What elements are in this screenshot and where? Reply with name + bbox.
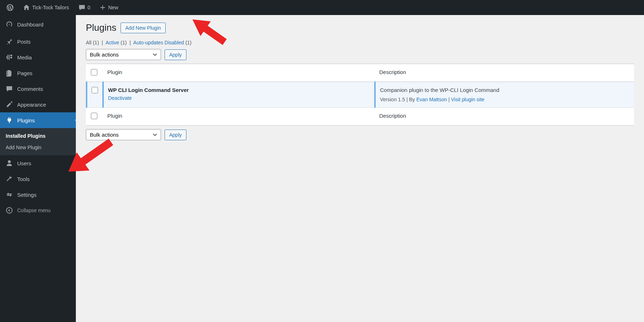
sidebar-item-label: Media — [17, 54, 32, 60]
appearance-icon — [6, 101, 13, 108]
sidebar-item-settings[interactable]: Settings — [0, 187, 76, 203]
admin-toolbar: Tick-Tock Tailors 0 New — [0, 0, 644, 15]
plugins-submenu: Installed Plugins Add New Plugin — [0, 128, 76, 155]
tablenav-bottom: Bulk actions Apply — [86, 129, 634, 140]
bulk-actions-select-bottom[interactable]: Bulk actions — [86, 129, 161, 140]
col-description-foot[interactable]: Description — [375, 108, 634, 126]
plugin-author-link[interactable]: Evan Mattson — [416, 97, 447, 102]
page-title: Plugins — [86, 22, 116, 33]
plugin-name: WP CLI Login Command Server — [108, 87, 370, 93]
tools-icon — [6, 175, 13, 182]
tablenav-top: Bulk actions Apply — [86, 49, 634, 60]
sidebar-item-label: Appearance — [17, 102, 46, 108]
pin-icon — [6, 38, 13, 45]
deactivate-link[interactable]: Deactivate — [108, 95, 132, 101]
filter-autoupdates-disabled[interactable]: Auto-updates Disabled (1) — [133, 40, 192, 45]
sidebar-item-label: Settings — [17, 192, 36, 198]
sidebar-item-plugins[interactable]: Plugins — [0, 112, 76, 128]
plugins-table: Plugin Description WP CLI Login Command … — [86, 64, 634, 126]
col-description[interactable]: Description — [375, 64, 634, 82]
plugin-icon — [6, 117, 13, 124]
dashboard-icon — [6, 21, 13, 28]
col-plugin[interactable]: Plugin — [103, 64, 375, 82]
bulk-actions-select-top[interactable]: Bulk actions — [86, 49, 161, 60]
sidebar-item-media[interactable]: Media — [0, 49, 76, 65]
filter-links: All (1) | Active (1) | Auto-updates Disa… — [86, 40, 634, 45]
comments-count: 0 — [88, 5, 91, 10]
table-header-row: Plugin Description — [87, 64, 634, 82]
admin-sidebar: Dashboard Posts Media Pages Comments App… — [0, 15, 76, 322]
pages-icon — [6, 69, 13, 77]
apply-button-bottom[interactable]: Apply — [165, 130, 186, 140]
plus-icon — [99, 4, 106, 11]
sidebar-item-comments[interactable]: Comments — [0, 81, 76, 97]
col-plugin-foot[interactable]: Plugin — [103, 108, 375, 126]
wp-logo[interactable] — [4, 4, 16, 11]
sidebar-item-dashboard[interactable]: Dashboard — [0, 15, 76, 34]
sidebar-item-pages[interactable]: Pages — [0, 65, 76, 81]
settings-icon — [6, 191, 13, 198]
sidebar-item-users[interactable]: Users — [0, 155, 76, 171]
sidebar-item-label: Pages — [17, 70, 33, 76]
select-all-checkbox-bottom[interactable] — [91, 113, 97, 119]
visit-plugin-site-link[interactable]: Visit plugin site — [451, 97, 484, 102]
user-icon — [6, 160, 13, 167]
collapse-icon — [6, 207, 13, 214]
table-footer-row: Plugin Description — [87, 108, 634, 126]
collapse-menu[interactable]: Collapse menu — [0, 203, 76, 218]
apply-button-top[interactable]: Apply — [165, 49, 186, 60]
filter-active[interactable]: Active (1) — [106, 40, 128, 45]
comments-link[interactable]: 0 — [76, 4, 93, 11]
submenu-installed-plugins[interactable]: Installed Plugins — [0, 130, 76, 142]
sidebar-item-label: Plugins — [17, 117, 35, 123]
comment-icon — [6, 85, 13, 92]
comment-icon — [78, 4, 86, 11]
plugin-meta: Version 1.5 | By Evan Mattson | Visit pl… — [380, 97, 630, 102]
sidebar-item-label: Posts — [17, 39, 31, 45]
new-label: New — [108, 5, 118, 10]
sidebar-item-posts[interactable]: Posts — [0, 34, 76, 49]
home-icon — [23, 4, 30, 11]
sidebar-item-appearance[interactable]: Appearance — [0, 97, 76, 112]
select-plugin-checkbox[interactable] — [92, 87, 98, 93]
plugin-version: Version 1.5 — [380, 97, 405, 102]
submenu-add-new-plugin[interactable]: Add New Plugin — [0, 142, 76, 153]
plugin-row: WP CLI Login Command Server Deactivate C… — [87, 82, 634, 108]
page-header: Plugins Add New Plugin — [86, 22, 634, 33]
content-area: Plugins Add New Plugin All (1) | Active … — [76, 15, 644, 322]
site-name: Tick-Tock Tailors — [32, 5, 69, 10]
select-all-checkbox-top[interactable] — [91, 69, 97, 75]
add-new-plugin-button[interactable]: Add New Plugin — [121, 23, 166, 33]
media-icon — [6, 54, 13, 61]
sidebar-item-label: Tools — [17, 176, 30, 182]
new-content-link[interactable]: New — [97, 4, 120, 11]
sidebar-item-tools[interactable]: Tools — [0, 171, 76, 187]
wordpress-icon — [6, 4, 14, 11]
plugin-description: Companion plugin to the WP-CLI Login Com… — [380, 87, 630, 93]
site-link[interactable]: Tick-Tock Tailors — [21, 4, 71, 11]
sidebar-item-label: Comments — [17, 86, 43, 92]
filter-all[interactable]: All (1) — [86, 40, 100, 45]
collapse-label: Collapse menu — [17, 208, 50, 213]
sidebar-item-label: Users — [17, 160, 31, 166]
sidebar-item-label: Dashboard — [17, 21, 43, 28]
